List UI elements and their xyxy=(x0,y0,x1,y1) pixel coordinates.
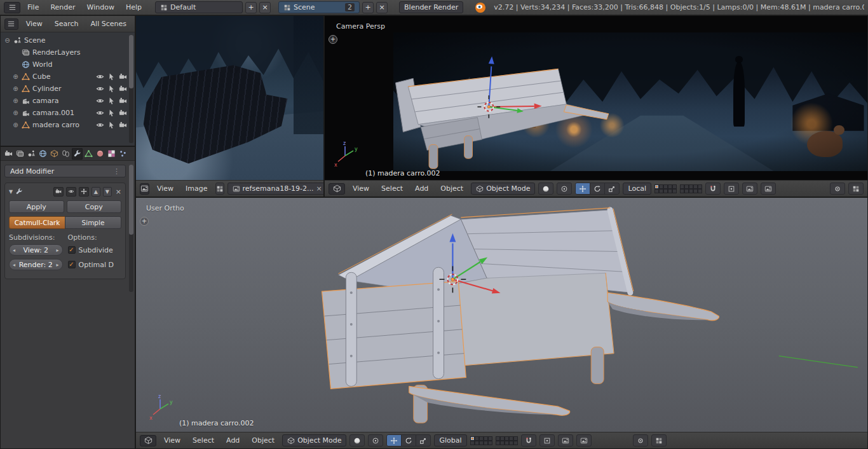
object-menu[interactable]: Object xyxy=(247,436,279,445)
manipulator-translate-button[interactable] xyxy=(575,183,590,195)
layer-cell[interactable] xyxy=(693,184,698,189)
outliner-row-cylinder[interactable]: ⊕ Cylinder xyxy=(1,83,135,95)
editor-type-info-button[interactable] xyxy=(4,2,20,13)
close-scene-button[interactable]: × xyxy=(376,2,388,13)
scene-users-count[interactable]: 2 xyxy=(345,3,355,11)
viewport-shading-button[interactable] xyxy=(538,183,553,195)
outliner-tree[interactable]: ⊖ Scene RenderLayers World ⊕ Cube xyxy=(1,32,135,146)
modifier-move-up-button[interactable]: ▲ xyxy=(92,187,100,197)
outliner-menu-search[interactable]: Search xyxy=(50,20,83,28)
add-menu[interactable]: Add xyxy=(410,184,433,193)
layer-cell[interactable] xyxy=(479,436,484,441)
layer-cell[interactable] xyxy=(689,184,693,189)
modifier-close-button[interactable]: × xyxy=(116,188,121,196)
object-menu[interactable]: Object xyxy=(436,184,468,193)
layer-cell[interactable] xyxy=(698,189,702,193)
snap-element-button[interactable] xyxy=(724,183,739,195)
header-extra-button[interactable] xyxy=(633,434,648,446)
layer-cell[interactable] xyxy=(672,184,677,189)
layer-cell[interactable] xyxy=(654,189,659,193)
visibility-eye-icon[interactable] xyxy=(96,73,104,81)
outliner-row-cube[interactable]: ⊕ Cube xyxy=(1,71,135,83)
layer-cell[interactable] xyxy=(505,436,509,441)
layer-cell[interactable] xyxy=(505,441,509,445)
tab-object-data[interactable] xyxy=(83,148,94,160)
region-expand-button[interactable]: + xyxy=(329,35,337,44)
decrement-icon[interactable]: ◂ xyxy=(13,247,15,253)
outliner-row-world[interactable]: World xyxy=(1,59,135,71)
layer-cell[interactable] xyxy=(659,184,663,189)
outliner-row-madera-carro[interactable]: ⊕ madera carro xyxy=(1,119,135,131)
visibility-eye-icon[interactable] xyxy=(96,97,104,105)
image-browse-button[interactable] xyxy=(215,183,224,195)
select-menu[interactable]: Select xyxy=(188,436,219,445)
layer-cell[interactable] xyxy=(484,441,488,445)
layer-cell[interactable] xyxy=(672,189,677,193)
menu-file[interactable]: File xyxy=(23,3,43,11)
render-subdivisions-field[interactable]: ◂ Render: 2 ▸ xyxy=(9,259,63,270)
editor-type-uv-button[interactable] xyxy=(140,183,149,195)
selectability-cursor-icon[interactable] xyxy=(107,85,116,93)
render-opengl-button[interactable] xyxy=(558,434,573,446)
layer-cell[interactable] xyxy=(488,436,492,441)
menu-render[interactable]: Render xyxy=(46,3,79,11)
menu-help[interactable]: Help xyxy=(121,3,146,11)
cart-model[interactable] xyxy=(136,198,867,432)
selectability-cursor-icon[interactable] xyxy=(107,109,116,117)
manipulator-translate-button[interactable] xyxy=(386,434,402,446)
renderability-camera-icon[interactable] xyxy=(119,97,127,105)
render-engine-select[interactable]: Blender Render xyxy=(399,1,463,13)
layer-cell[interactable] xyxy=(680,189,684,193)
tab-world[interactable] xyxy=(37,148,48,160)
outliner-row-renderlayers[interactable]: RenderLayers xyxy=(1,46,135,59)
layer-cell[interactable] xyxy=(689,189,693,193)
image-datablock-field[interactable]: refsemana18-19-2... × xyxy=(227,183,323,195)
layer-cell[interactable] xyxy=(475,436,479,441)
tab-scene[interactable] xyxy=(26,148,37,160)
add-modifier-select[interactable]: Add Modifier ⋮ xyxy=(4,165,126,177)
main-viewport-canvas[interactable]: User Ortho (1) madera carro.002 + z y x xyxy=(136,198,867,432)
layer-cell[interactable] xyxy=(500,441,505,445)
tab-texture[interactable] xyxy=(106,148,117,160)
layer-cell[interactable] xyxy=(668,184,672,189)
close-layout-button[interactable]: × xyxy=(259,2,271,13)
uv-menu-view[interactable]: View xyxy=(153,184,178,193)
layer-cell[interactable] xyxy=(509,441,513,445)
snap-magnet-button[interactable] xyxy=(521,434,536,446)
renderability-camera-icon[interactable] xyxy=(119,109,127,117)
subdivide-uvs-checkbox[interactable]: ✓ Subdivide xyxy=(68,244,122,256)
region-expand-button[interactable]: + xyxy=(140,217,149,226)
outliner-menu-view[interactable]: View xyxy=(22,20,47,28)
simple-button[interactable]: Simple xyxy=(65,216,121,229)
render-opengl-button[interactable] xyxy=(742,183,757,195)
editor-type-3d-button[interactable] xyxy=(140,435,156,446)
outliner-row-camara[interactable]: ⊕ camara xyxy=(1,95,135,107)
properties-scrollbar[interactable] xyxy=(129,165,133,292)
tab-particles[interactable] xyxy=(118,148,128,160)
layer-cell[interactable] xyxy=(470,441,475,445)
editor-type-outliner-button[interactable] xyxy=(4,18,18,30)
tab-render-layers[interactable] xyxy=(15,148,25,160)
selectability-cursor-icon[interactable] xyxy=(107,97,116,105)
expand-icon[interactable]: ⊕ xyxy=(12,97,19,104)
expand-icon[interactable]: ⊕ xyxy=(12,109,19,116)
header-extra-button[interactable] xyxy=(848,183,864,195)
modifier-edit-toggle[interactable] xyxy=(79,187,89,197)
layer-cell[interactable] xyxy=(484,436,488,441)
snap-magnet-button[interactable] xyxy=(705,183,721,195)
manipulator-rotate-button[interactable] xyxy=(401,434,416,446)
header-extra-button[interactable] xyxy=(830,183,845,195)
decrement-icon[interactable]: ◂ xyxy=(13,262,15,268)
mode-select[interactable]: Object Mode xyxy=(282,434,346,446)
renderability-camera-icon[interactable] xyxy=(119,121,127,129)
layer-cell[interactable] xyxy=(663,184,668,189)
catmull-clark-button[interactable]: Catmull-Clark xyxy=(9,216,65,229)
layer-cell[interactable] xyxy=(488,441,492,445)
layer-cell[interactable] xyxy=(509,436,513,441)
view-subdivisions-field[interactable]: ◂ View: 2 ▸ xyxy=(9,244,63,256)
layer-cell[interactable] xyxy=(496,436,500,441)
layer-cell[interactable] xyxy=(659,189,663,193)
visibility-eye-icon[interactable] xyxy=(96,121,104,129)
mode-select[interactable]: Object Mode xyxy=(471,183,535,195)
modifier-render-toggle[interactable] xyxy=(53,187,64,197)
